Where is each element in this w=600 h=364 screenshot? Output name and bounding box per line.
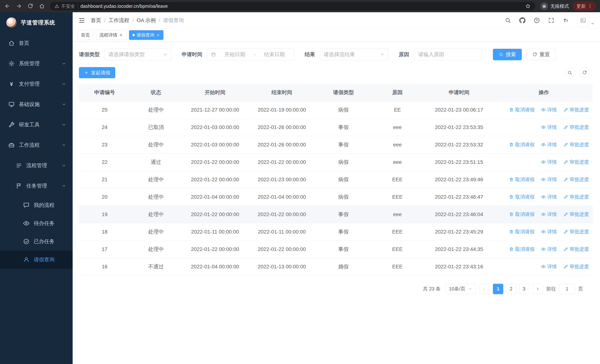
approval-progress-link[interactable]: 审批进度 <box>563 229 589 235</box>
github-icon[interactable] <box>519 17 525 24</box>
next-page-button[interactable] <box>533 284 543 294</box>
sidebar: 芋道管理系统 首页 系统管理 支付管理 <box>0 12 73 364</box>
security-label: 不安全 <box>61 3 75 9</box>
sidebar-leaf-item[interactable]: 我的流程 <box>0 196 73 214</box>
prev-page-button[interactable] <box>479 284 489 294</box>
table-search-toggle-button[interactable] <box>565 68 575 78</box>
table-refresh-button[interactable] <box>580 68 590 78</box>
sidebar-menu-item[interactable]: 首页 <box>0 33 73 53</box>
page-number-button[interactable]: 2 <box>506 284 516 294</box>
back-button[interactable] <box>4 3 10 9</box>
page-number-button[interactable]: 1 <box>493 284 503 294</box>
goto-label: 前往 <box>546 286 556 292</box>
result-select[interactable]: 请选择流结果 <box>320 48 388 60</box>
menu-item-label: 流程管理 <box>26 162 47 169</box>
approval-progress-link[interactable]: 审批进度 <box>563 263 589 270</box>
sidebar-submenu-item[interactable]: 任务管理 <box>0 176 73 196</box>
reason-input[interactable] <box>414 48 483 60</box>
cancel-leave-link[interactable]: 取消请假 <box>509 229 534 235</box>
sidebar-menu-item[interactable]: 研发工具 <box>0 114 73 135</box>
sidebar-collapse-button[interactable] <box>78 17 85 24</box>
sidebar-menu-item[interactable]: 工作流程 <box>0 135 73 155</box>
cancel-leave-link[interactable]: 取消请假 <box>509 176 534 183</box>
detail-link[interactable]: 详情 <box>541 176 557 183</box>
create-leave-button[interactable]: 发起请假 <box>79 67 115 78</box>
close-icon[interactable] <box>156 33 160 37</box>
chevron-icon <box>62 163 66 168</box>
sidebar-menu-item[interactable]: 系统管理 <box>0 53 73 74</box>
cell-leave-type: 病假 <box>315 153 372 171</box>
fullscreen-button[interactable] <box>548 17 554 24</box>
detail-link[interactable]: 详情 <box>541 263 557 270</box>
sidebar-leaf-item[interactable]: 待办任务 <box>0 214 73 233</box>
approval-progress-link[interactable]: 审批进度 <box>563 211 589 218</box>
detail-link[interactable]: 详情 <box>541 141 557 148</box>
chevron-icon <box>62 184 66 188</box>
header-search-button[interactable] <box>505 17 511 24</box>
approval-progress-link[interactable]: 审批进度 <box>563 141 589 148</box>
security-indicator[interactable]: 不安全 <box>55 3 75 9</box>
sidebar-submenu-item[interactable]: 流程管理 <box>0 155 73 176</box>
tab-tag[interactable]: 首页 <box>77 30 94 40</box>
browser-update-button[interactable]: 更新 <box>573 2 596 10</box>
table-row: 16 不通过 2022-01-04 00:00:00 2022-01-13 00… <box>79 258 593 275</box>
menu-item-icon <box>8 142 15 149</box>
sidebar-menu-item[interactable]: 支付管理 <box>0 74 73 94</box>
close-icon[interactable] <box>119 33 123 37</box>
cell-leave-type: 事假 <box>315 223 372 241</box>
user-avatar-menu[interactable] <box>577 14 594 27</box>
tab-tag[interactable]: 请假查询 <box>129 30 163 40</box>
cancel-leave-link[interactable]: 取消请假 <box>509 107 534 113</box>
address-bar[interactable]: 不安全 dashboard.yudao.iocoder.cn/bpm/oa/le… <box>50 2 535 10</box>
cancel-leave-link[interactable]: 取消请假 <box>509 141 534 148</box>
chevron-down-icon <box>591 22 594 25</box>
app-logo[interactable]: 芋道管理系统 <box>0 12 73 33</box>
detail-link[interactable]: 详情 <box>541 246 557 252</box>
font-size-button[interactable] <box>562 17 569 24</box>
breadcrumb-item[interactable]: 工作流程/ <box>109 17 137 24</box>
approval-progress-link[interactable]: 审批进度 <box>563 176 589 183</box>
reset-button[interactable]: 重置 <box>527 49 555 60</box>
detail-link[interactable]: 详情 <box>541 107 557 113</box>
bookmark-star-icon[interactable] <box>525 3 531 9</box>
more-menu-icon[interactable] <box>588 4 592 9</box>
sidebar-leaf-item[interactable]: 已办任务 <box>0 233 73 251</box>
avatar[interactable] <box>577 14 589 27</box>
approval-progress-link[interactable]: 审批进度 <box>563 159 589 165</box>
breadcrumb-item[interactable]: OA 示例/ <box>137 17 163 24</box>
sidebar-menu-item[interactable]: 基础设施 <box>0 94 73 114</box>
goto-page-input[interactable] <box>559 284 575 294</box>
help-icon[interactable] <box>534 17 540 24</box>
breadcrumb-item[interactable]: 首页/ <box>91 17 109 24</box>
trash-icon <box>509 247 514 252</box>
detail-link[interactable]: 详情 <box>541 211 557 218</box>
page-number-button[interactable]: 3 <box>519 284 529 294</box>
forward-button[interactable] <box>16 3 22 9</box>
cancel-leave-link[interactable]: 取消请假 <box>509 246 534 252</box>
sidebar-leaf-item[interactable]: 请假查询 <box>0 251 73 269</box>
leave-type-select[interactable]: 请选择请假类型 <box>104 48 171 60</box>
table-row: 21 处理中 2022-01-22 00:00:00 2022-01-23 00… <box>79 171 593 188</box>
approval-progress-link[interactable]: 审批进度 <box>563 107 589 113</box>
apply-time-range-picker[interactable]: 开始日期 - 结束日期 <box>207 48 294 60</box>
tab-tag[interactable]: 流程详情 <box>96 30 126 40</box>
breadcrumb-item[interactable]: 请假查询/ <box>163 17 184 24</box>
total-count: 共 23 条 <box>423 286 441 292</box>
detail-link[interactable]: 详情 <box>541 229 557 235</box>
detail-link[interactable]: 详情 <box>541 194 557 200</box>
page-size-select[interactable]: 10条/页 <box>445 284 476 294</box>
browser-home-button[interactable] <box>39 3 45 9</box>
approval-progress-link[interactable]: 审批进度 <box>563 194 589 200</box>
cancel-leave-link[interactable]: 取消请假 <box>509 194 534 200</box>
table-row: 24 已取消 2022-01-03 00:00:00 2022-01-26 00… <box>79 119 593 136</box>
approval-progress-link[interactable]: 审批进度 <box>563 124 589 131</box>
reload-button[interactable] <box>28 3 33 9</box>
approval-progress-link[interactable]: 审批进度 <box>563 246 589 252</box>
cancel-leave-link[interactable]: 取消请假 <box>509 211 534 218</box>
menu-item-label: 基础设施 <box>19 101 40 108</box>
cell-reason: EEE <box>372 223 423 241</box>
detail-link[interactable]: 详情 <box>541 159 557 165</box>
menu-level-3: 我的流程 待办任务 已办任务 请假查询 <box>0 196 73 269</box>
search-button[interactable]: 搜索 <box>493 49 522 60</box>
detail-link[interactable]: 详情 <box>541 124 557 131</box>
